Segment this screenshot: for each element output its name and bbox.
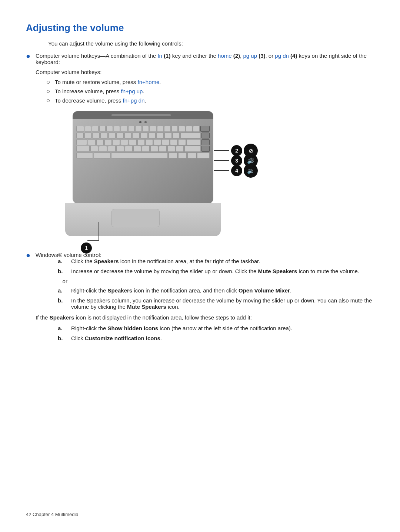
lettered-list-b: a. Right-click the Speakers icon in the …: [58, 287, 374, 310]
pgup-num: (3): [257, 53, 266, 59]
letter-b2: b.: [58, 297, 68, 304]
sub-label: Computer volume hotkeys:: [36, 69, 374, 75]
footer: 42 Chapter 4 Multimedia: [26, 512, 79, 517]
lettered-item-b2: b. In the Speakers column, you can incre…: [58, 297, 374, 310]
lettered-item-b3: b. Click Customize notification icons.: [58, 335, 374, 341]
sub-list: To mute or restore volume, press fn+home…: [47, 79, 374, 104]
letter-a2: a.: [58, 287, 68, 294]
speakers-note: If the Speakers icon is not displayed in…: [36, 314, 374, 321]
bullet-2-content: Windows® volume control: a. Click the Sp…: [36, 252, 374, 345]
lettered-item-a1: a. Click the Speakers icon in the notifi…: [58, 258, 374, 264]
bullet1-mid1: key and either the: [170, 53, 218, 59]
lettered-item-a3: a. Right-click the Show hidden icons ico…: [58, 325, 374, 331]
sub-item-2: To increase volume, press fn+pg up.: [47, 88, 374, 94]
keyboard-figure: 1 2 ⊘ 3 🔊: [65, 111, 258, 237]
sub-bullet-2: [47, 90, 50, 93]
badge-4: 4: [231, 165, 242, 176]
lettered-item-b1: b. Increase or decrease the volume by mo…: [58, 268, 374, 274]
fn-pgdn-link: fn+pg dn: [123, 97, 145, 104]
text-a2: Right-click the Speakers icon in the not…: [71, 287, 291, 294]
pgdn-link: pg dn: [275, 53, 289, 59]
bullet-1-content: Computer volume hotkeys—A combination of…: [36, 53, 374, 244]
lettered-list-c: a. Right-click the Show hidden icons ico…: [58, 325, 374, 341]
letter-b1: b.: [58, 268, 68, 274]
pgup-link: pg up: [243, 53, 257, 59]
page-title: Adjusting the volume: [26, 22, 374, 34]
text-b2: In the Speakers column, you can increase…: [71, 297, 374, 310]
lettered-item-a2: a. Right-click the Speakers icon in the …: [58, 287, 374, 294]
text-b3: Click Customize notification icons.: [71, 335, 162, 341]
letter-a1: a.: [58, 258, 68, 264]
sub-bullet-3: [47, 99, 50, 102]
letter-a3: a.: [58, 325, 68, 331]
fn-num: (1): [162, 53, 171, 59]
fn-link: fn: [157, 53, 162, 59]
bullet-icon-2: ●: [26, 251, 30, 260]
pgdn-num: (4): [289, 53, 297, 59]
or-divider: – or –: [58, 278, 374, 284]
bullet1-mid3: , or: [266, 53, 275, 59]
sub-item-1: To mute or restore volume, press fn+home…: [47, 79, 374, 85]
letter-b3: b.: [58, 335, 68, 341]
fn-home-link: fn+home: [138, 79, 160, 85]
text-a1: Click the Speakers icon in the notificat…: [71, 258, 260, 264]
volume-down-icon: 🔉: [244, 164, 258, 178]
fn-pgup-link: fn+pg up: [121, 88, 143, 94]
home-num: (2): [232, 53, 240, 59]
text-b1: Increase or decrease the volume by movin…: [71, 268, 359, 274]
bullet1-text-start: Computer volume hotkeys—A combination of…: [36, 53, 157, 59]
lettered-list-a: a. Click the Speakers icon in the notifi…: [58, 258, 374, 274]
text-a3: Right-click the Show hidden icons icon (…: [71, 325, 292, 331]
bullet-icon-1: ●: [26, 52, 30, 60]
sub-item-3: To decrease volume, press fn+pg dn.: [47, 97, 374, 104]
sub-bullet-1: [47, 81, 50, 84]
home-link: home: [218, 53, 232, 59]
badge-1: 1: [81, 242, 92, 254]
sub-text-2: To increase volume, press fn+pg up.: [55, 88, 374, 94]
sub-text-3: To decrease volume, press fn+pg dn.: [55, 97, 374, 104]
intro-text: You can adjust the volume using the foll…: [48, 40, 374, 47]
footer-text: 42 Chapter 4 Multimedia: [26, 512, 79, 517]
sub-text-1: To mute or restore volume, press fn+home…: [55, 79, 374, 85]
